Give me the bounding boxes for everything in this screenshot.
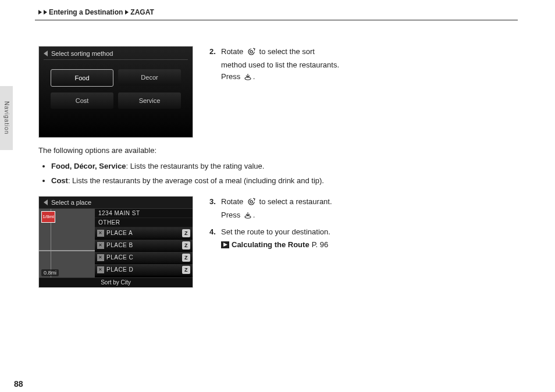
side-tab: Navigation <box>0 86 13 150</box>
fork-knife-icon: ✕ <box>97 242 104 249</box>
step2-rotate-b: to select the sort <box>259 47 315 56</box>
option-rest: : Lists the restaurants by the rating va… <box>126 162 265 170</box>
options-list: Food, Décor, Service: Lists the restaura… <box>38 159 532 188</box>
cross-ref-page: P. 96 <box>312 239 329 251</box>
rotate-dial-icon <box>247 48 256 59</box>
footer-label: Sort by City <box>101 279 131 286</box>
zagat-badge-icon: Z <box>182 229 190 237</box>
sort-food: Food <box>51 69 113 87</box>
option-item: Food, Décor, Service: Lists the restaura… <box>51 159 532 173</box>
place-label: PLACE B <box>106 242 133 248</box>
side-tab-label: Navigation <box>3 101 10 134</box>
place-label: PLACE D <box>106 266 133 273</box>
screen2-footer: Sort by City <box>39 277 193 287</box>
step-num: 4. <box>209 226 219 251</box>
step3-rotate-b: to select a restaurant. <box>259 197 332 206</box>
option-item: Cost: Lists the restaurants by the avera… <box>51 174 532 187</box>
push-dial-icon <box>244 73 252 84</box>
screen1-title: Select sorting method <box>51 50 113 57</box>
push-dial-icon <box>244 211 252 223</box>
chevron-right-icon <box>44 10 47 15</box>
sort-decor: Decor <box>118 69 181 85</box>
step2-line2: method used to list the restaurants. <box>221 60 339 69</box>
svg-point-0 <box>250 51 252 53</box>
zagat-badge-icon: Z <box>182 254 190 262</box>
breadcrumb: Entering a Destination ZAGAT <box>38 8 555 16</box>
place-row: ✕ PLACE B Z <box>95 240 193 252</box>
zagat-badge-icon: Z <box>182 241 190 250</box>
page-number: 88 <box>14 379 23 389</box>
step3-press-b: . <box>253 211 255 219</box>
breadcrumb-sub: ZAGAT <box>130 8 154 16</box>
step-3: 3. Rotate to select a restaurant. Press … <box>209 196 532 223</box>
step4-text: Set the route to your destination. <box>221 227 330 236</box>
screen2-title: Select a place <box>51 199 91 206</box>
place-label: PLACE A <box>106 230 133 236</box>
zagat-badge-icon: Z <box>182 266 190 274</box>
sort-service: Service <box>118 92 181 109</box>
sort-cost: Cost <box>51 92 113 109</box>
fork-knife-icon: ✕ <box>97 254 104 261</box>
options-intro: The following options are available: <box>38 146 532 155</box>
map-thumbnail: 1/8mi 0.8mi <box>39 209 95 277</box>
step2-rotate-a: Rotate <box>221 47 243 56</box>
step3-press-a: Press <box>221 211 240 219</box>
option-bold: Cost <box>51 176 68 185</box>
map-scale-badge: 1/8mi <box>41 211 55 223</box>
step3-rotate-a: Rotate <box>221 197 243 206</box>
address-line: 1234 MAIN ST <box>95 209 193 218</box>
option-bold: Food, Décor, Service <box>51 162 126 170</box>
map-distance: 0.8mi <box>41 269 59 276</box>
svg-point-2 <box>250 201 252 203</box>
address-line: OTHER <box>95 218 193 227</box>
place-row: ✕ PLACE A Z <box>95 227 193 240</box>
step-num: 3. <box>209 196 219 223</box>
place-row: ✕ PLACE D Z <box>95 264 193 276</box>
option-rest: : Lists the restaurants by the average c… <box>68 176 324 185</box>
fork-knife-icon: ✕ <box>97 230 104 237</box>
rotate-dial-icon <box>247 198 256 209</box>
place-label: PLACE C <box>106 254 133 261</box>
cross-ref-icon: ▶ <box>221 241 229 248</box>
fork-knife-icon: ✕ <box>97 266 104 273</box>
step-2: 2. Rotate to select the sort method used… <box>209 46 532 84</box>
device-screen-sort: Select sorting method Food Decor Cost Se… <box>38 46 193 138</box>
back-icon <box>44 199 48 205</box>
step-4: 4. Set the route to your destination. ▶ … <box>209 226 532 251</box>
back-icon <box>44 51 48 56</box>
step2-press-a: Press <box>221 72 240 81</box>
device-screen-place: Select a place 1/8mi 0.8mi 1234 MAIN ST … <box>38 196 193 288</box>
breadcrumb-section: Entering a Destination <box>49 8 123 16</box>
cross-ref-label: Calculating the Route <box>232 239 309 251</box>
chevron-right-icon <box>38 10 42 15</box>
step-num: 2. <box>209 46 219 84</box>
place-row: ✕ PLACE C Z <box>95 252 193 264</box>
step2-press-b: . <box>253 72 255 81</box>
chevron-right-icon <box>125 10 129 15</box>
divider <box>35 20 518 20</box>
